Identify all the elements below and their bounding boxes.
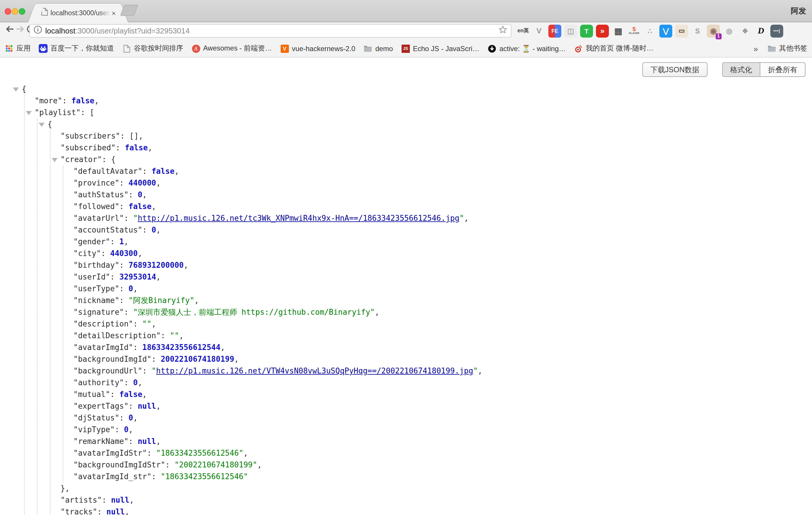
new-tab-button[interactable]: [120, 5, 138, 16]
onepassword-extension-icon[interactable]: •••|: [770, 24, 783, 37]
url-path-text: :3000/user/playlist?uid=32953014: [76, 26, 190, 35]
json-key: "artists":: [60, 496, 111, 505]
json-value: null: [138, 437, 156, 446]
json-link[interactable]: http://p1.music.126.net/VTW4vsN08vwL3uSQ…: [156, 366, 473, 375]
json-value: false: [128, 202, 151, 211]
minimize-window-icon[interactable]: [12, 8, 18, 15]
bookmark-item[interactable]: JSEcho JS - JavaScri…: [401, 44, 480, 53]
collapse-arrow-icon[interactable]: [52, 158, 58, 162]
json-comma: ,: [142, 390, 147, 399]
json-comma: ,: [179, 331, 184, 340]
qrcode-extension-icon[interactable]: ▦: [612, 24, 625, 37]
json-comma: ,: [257, 460, 262, 469]
json-key: "defaultAvatar":: [74, 167, 151, 176]
json-key: "subscribed":: [60, 143, 125, 152]
bookmark-item[interactable]: active: ⏳ - waiting…: [488, 44, 566, 53]
collapse-arrow-icon[interactable]: [39, 123, 45, 127]
json-link[interactable]: http://p1.music.126.net/tc3Wk_XNPmwiR4hx…: [138, 214, 459, 223]
json-line: "avatarImgId_str": "18633423556612546": [0, 471, 812, 483]
json-comma: ,: [243, 449, 248, 457]
paw-extension-icon[interactable]: ∴: [643, 24, 657, 37]
page-info-icon[interactable]: [33, 25, 42, 36]
bookmark-item[interactable]: Vvue-hackernews-2.0: [280, 44, 355, 53]
sitemap-extension-icon[interactable]: ◫: [564, 24, 577, 37]
download-json-button[interactable]: 下载JSON数据: [642, 62, 707, 77]
json-value: 0: [133, 378, 138, 387]
bird-extension-icon[interactable]: ❖: [738, 24, 752, 37]
bookmarks-overflow-icon[interactable]: »: [753, 44, 758, 53]
json-value: 32953014: [119, 273, 156, 281]
json-comma: ,: [94, 96, 99, 105]
json-key: "city":: [74, 249, 110, 258]
json-key: "expertTags":: [74, 402, 138, 410]
page-icon: [122, 44, 131, 53]
json-line: "expertTags": null,: [0, 400, 812, 412]
json-key: "vipType":: [74, 425, 124, 434]
tampermonkey-extension-icon[interactable]: ◉1: [707, 24, 720, 37]
json-line: "subscribed": false,: [0, 142, 812, 154]
translate-extension-icon[interactable]: en英: [517, 24, 530, 37]
shield-t-extension-icon[interactable]: T: [580, 24, 593, 37]
json-value: 0: [124, 425, 128, 434]
json-comma: ,: [138, 378, 142, 387]
bookmark-label: Echo JS - JavaScri…: [413, 44, 480, 53]
json-line: "remarkName": null,: [0, 436, 812, 448]
json-comma: ,: [151, 202, 156, 211]
json-line: "mutual": false,: [0, 389, 812, 400]
mask-extension-icon[interactable]: ▭: [675, 24, 688, 37]
json-line: "creator": {: [0, 154, 812, 166]
s-extension-icon[interactable]: S: [691, 24, 704, 37]
bookmark-item[interactable]: 谷歌按时间排序: [122, 44, 183, 53]
zoom-window-icon[interactable]: [19, 8, 25, 15]
html5-player-extension-icon[interactable]: 5PLAYER: [628, 24, 641, 37]
bookmark-item[interactable]: 百度一下，你就知道: [39, 44, 114, 53]
json-value: 440300: [110, 249, 138, 258]
json-comma: ,: [124, 237, 128, 246]
json-value: 0: [151, 226, 156, 234]
json-key: "more":: [35, 96, 71, 105]
back-button[interactable]: [5, 24, 15, 35]
json-key: "avatarImgId_str":: [74, 472, 161, 481]
format-button[interactable]: 格式化: [722, 62, 760, 77]
json-key: "accountStatus":: [74, 226, 151, 234]
vue-devtools-extension-icon[interactable]: V: [532, 24, 546, 37]
bookmark-item[interactable]: 我的首页 微博-随时…: [574, 44, 654, 53]
json-line: "birthday": 768931200000,: [0, 260, 812, 271]
collapse-all-button[interactable]: 折叠所有: [760, 62, 806, 77]
collapse-arrow-icon[interactable]: [26, 111, 32, 115]
forward-button[interactable]: [15, 24, 26, 35]
json-value: "阿发Binaryify": [128, 296, 194, 305]
json-value: 0: [128, 284, 133, 293]
download-circle-icon: [488, 44, 496, 53]
bookmark-label: Awesomes - 前端资…: [203, 44, 272, 53]
weibo-eye-icon: [574, 44, 583, 53]
dash-extension-icon[interactable]: D: [754, 24, 767, 37]
tab-title: localhost:3000/user/playlist?u: [51, 9, 110, 17]
fastforward-extension-icon[interactable]: »: [596, 24, 609, 37]
url-input[interactable]: localhost:3000/user/playlist?uid=3295301…: [29, 24, 512, 37]
fehelper-extension-icon[interactable]: FE: [548, 24, 561, 37]
json-line: "backgroundUrl": "http://p1.music.126.ne…: [0, 365, 812, 377]
bookmark-item[interactable]: 应用: [5, 44, 31, 53]
folder-icon: [767, 44, 776, 53]
json-value: 18633423556612544: [142, 343, 221, 352]
video-downloader-extension-icon[interactable]: ⋁: [659, 24, 672, 37]
json-line: },: [0, 483, 812, 494]
other-bookmarks-button[interactable]: 其他书签: [767, 44, 807, 53]
weibo-extension-icon[interactable]: ◎: [723, 24, 736, 37]
bookmark-item[interactable]: AAwesomes - 前端资…: [192, 44, 272, 53]
profile-name[interactable]: 阿发: [791, 6, 806, 17]
json-comma: ,: [156, 437, 161, 446]
bookmark-item[interactable]: demo: [364, 44, 393, 53]
json-key: "province":: [74, 178, 128, 187]
browser-tab[interactable]: localhost:3000/user/playlist?u ×: [37, 3, 119, 22]
close-window-icon[interactable]: [5, 8, 11, 15]
bookmark-star-icon[interactable]: [498, 25, 507, 36]
tab-close-icon[interactable]: ×: [112, 9, 116, 17]
collapse-arrow-icon[interactable]: [13, 87, 19, 92]
json-line: "defaultAvatar": false,: [0, 166, 812, 177]
json-value: "2002210674180199": [174, 460, 257, 469]
json-line: "avatarUrl": "http://p1.music.126.net/tc…: [0, 212, 812, 224]
json-line: "accountStatus": 0,: [0, 224, 812, 236]
json-key: "subscribers":: [60, 132, 129, 140]
